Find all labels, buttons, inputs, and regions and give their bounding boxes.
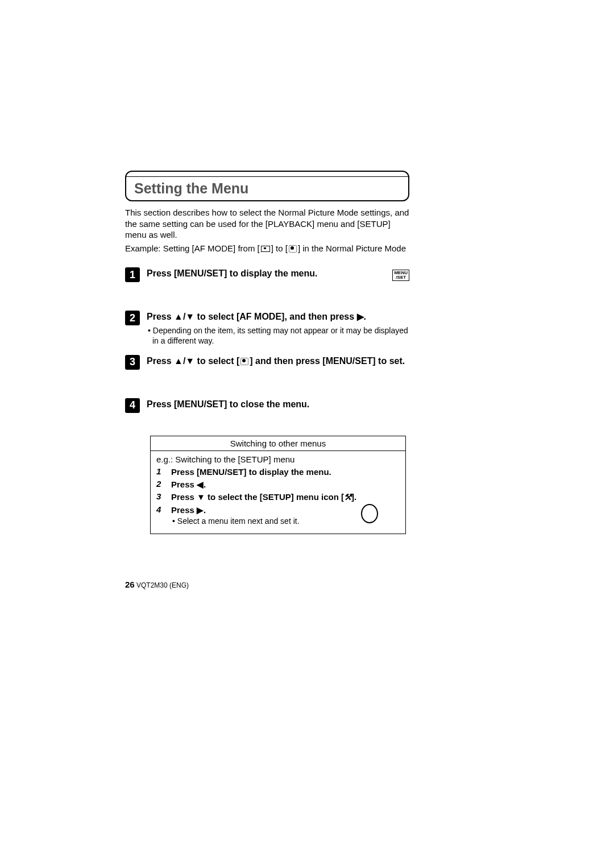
manual-page: Setting the Menu This section describes … <box>125 171 409 534</box>
face-detect-icon <box>289 245 297 253</box>
step-3-title-a: Press ▲/▼ to select [ <box>147 356 239 366</box>
box-item-2-num: 2 <box>156 479 163 489</box>
step-number-2: 2 <box>125 311 140 325</box>
box-item-3-text: Press ▼ to select the [SETUP] menu icon … <box>171 491 400 503</box>
box-item-3-num: 3 <box>156 491 163 501</box>
control-dial-icon <box>361 504 378 523</box>
box-header: Switching to other menus <box>151 436 405 451</box>
step-3: 3 Press ▲/▼ to select [] and then press … <box>125 355 409 370</box>
example-mid: ] to [ <box>271 243 288 253</box>
step-2-bullet: • Depending on the item, its setting may… <box>147 325 409 346</box>
face-detect-icon <box>240 358 248 365</box>
box-item-4-num: 4 <box>156 505 163 514</box>
step-number-1: 1 <box>125 267 140 282</box>
af-single-icon <box>261 246 270 252</box>
example-prefix: Example: Setting [AF MODE] from [ <box>125 243 260 253</box>
page-number: 26 <box>125 580 135 589</box>
intro-text: This section describes how to select the… <box>125 207 409 241</box>
example-suffix: ] in the Normal Picture Mode <box>298 243 406 253</box>
step-1: 1 Press [MENU/SET] to display the menu. <box>125 267 409 282</box>
step-2-title: Press ▲/▼ to select [AF MODE], and then … <box>147 311 409 323</box>
title-box: Setting the Menu <box>125 171 409 201</box>
box-item-1-text: Press [MENU/SET] to display the menu. <box>171 466 400 478</box>
step-number-4: 4 <box>125 398 140 413</box>
page-title: Setting the Menu <box>134 180 248 196</box>
wrench-icon: ⚒ <box>344 491 351 503</box>
box-eg: e.g.: Switching to the [SETUP] menu <box>156 454 400 464</box>
step-4-title: Press [MENU/SET] to close the menu. <box>147 398 409 411</box>
box-item-3-text-b: ]. <box>351 492 356 502</box>
example-text: Example: Setting [AF MODE] from [] to []… <box>125 243 409 254</box>
box-item-4-main: Press ▶. <box>171 505 206 515</box>
step-3-title-b: ] and then press [MENU/SET] to set. <box>250 356 405 366</box>
menu-set-bottom: /SET <box>394 275 408 280</box>
step-1-title: Press [MENU/SET] to display the menu. <box>147 267 409 280</box>
step-4: 4 Press [MENU/SET] to close the menu. <box>125 398 409 413</box>
box-item-3: 3 Press ▼ to select the [SETUP] menu ico… <box>156 491 400 503</box>
page-footer: 26 VQT2M30 (ENG) <box>125 580 189 589</box>
box-item-1: 1 Press [MENU/SET] to display the menu. <box>156 466 400 478</box>
box-item-2-text: Press ◀. <box>171 479 400 490</box>
step-number-3: 3 <box>125 355 140 370</box>
box-item-2: 2 Press ◀. <box>156 479 400 490</box>
box-item-3-text-a: Press ▼ to select the [SETUP] menu icon … <box>171 492 344 502</box>
switching-menus-box: Switching to other menus e.g.: Switching… <box>150 436 406 534</box>
step-2: 2 Press ▲/▼ to select [AF MODE], and the… <box>125 311 409 346</box>
menu-set-button-icon: MENU /SET <box>392 270 409 281</box>
doc-id: VQT2M30 (ENG) <box>135 581 189 589</box>
box-item-1-num: 1 <box>156 466 163 476</box>
step-3-title: Press ▲/▼ to select [] and then press [M… <box>147 355 409 367</box>
